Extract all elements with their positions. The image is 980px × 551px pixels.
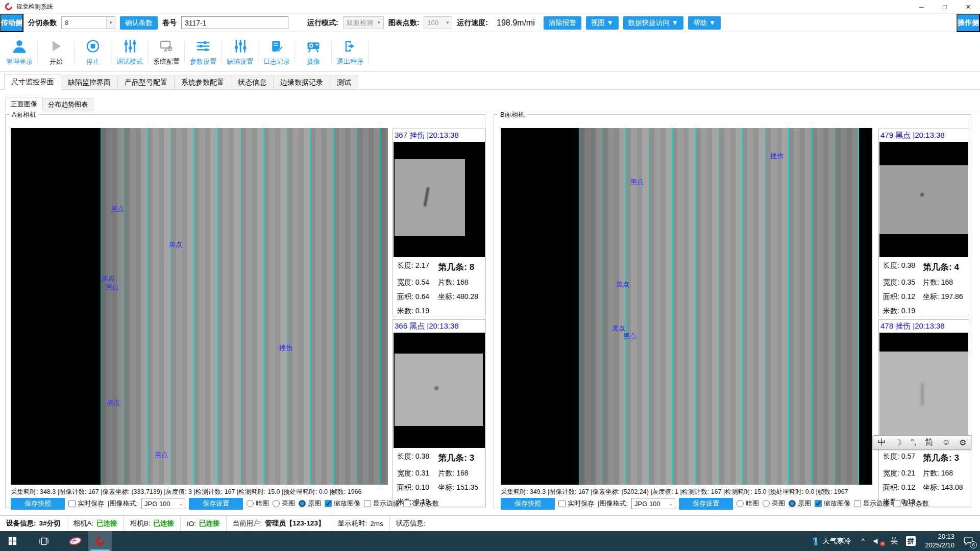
- ime-simplified-button[interactable]: 简: [925, 437, 933, 448]
- close-button[interactable]: ✕: [957, 0, 980, 13]
- io-status-label: IO:: [187, 520, 196, 528]
- defect-card[interactable]: 479 黑点 |20:13:38 长度: 0.38 第几条: 4 宽度: 0.3…: [878, 129, 969, 316]
- defect-strip-no: 第几条: 8: [438, 261, 484, 273]
- save-settings-button[interactable]: 保存设置: [679, 498, 733, 510]
- save-snapshot-button[interactable]: 保存快照: [11, 498, 65, 510]
- view-menu-button[interactable]: 视图 ▼: [586, 16, 619, 30]
- run-mode-select[interactable]: 双面检测 ▼: [343, 16, 384, 29]
- tab-product-model-config[interactable]: 产品型号配置: [117, 76, 175, 89]
- zoom-image-checkbox[interactable]: [815, 500, 822, 507]
- chevron-down-icon: ▼: [443, 17, 452, 29]
- save-settings-button[interactable]: 保存设置: [189, 498, 243, 510]
- thermometer-icon: [812, 535, 819, 547]
- ime-fullhalf-moon-icon[interactable]: ☽: [895, 438, 902, 447]
- roll-no-input[interactable]: [181, 16, 288, 29]
- defect-width: 宽度: 0.21: [883, 469, 923, 478]
- confirm-count-button[interactable]: 确认条数: [120, 16, 158, 30]
- realtime-save-checkbox[interactable]: [558, 500, 566, 507]
- show-strips-label: 显示条数: [412, 499, 439, 508]
- stop-icon: [86, 39, 100, 54]
- windows-logo-icon: [8, 536, 17, 546]
- tab-system-param-config[interactable]: 系统参数配置: [174, 76, 231, 89]
- ime-settings-gear-icon[interactable]: ⚙: [959, 438, 966, 447]
- minimize-button[interactable]: ─: [910, 0, 933, 13]
- defect-thumbnail-region: [879, 165, 968, 234]
- ime-toolbar: 中 ☽ °, 简 ☺ ⚙: [873, 435, 971, 449]
- subtab-distribution-chart[interactable]: 分布趋势图表: [42, 98, 93, 111]
- speed-label: 运行速度:: [457, 18, 488, 28]
- system-config-button[interactable]: 系统配置: [148, 33, 185, 71]
- slit-count-value: 8: [62, 19, 106, 27]
- snipping-tool-button[interactable]: ✂: [63, 531, 88, 551]
- subtab-front-image[interactable]: 正面图像: [5, 97, 43, 111]
- language-indicator[interactable]: 英: [886, 531, 902, 551]
- sub-tab-bar: 正面图像 分布趋势图表: [0, 95, 980, 111]
- tab-defect-monitor[interactable]: 缺陷监控界面: [61, 76, 118, 89]
- ime-punctuation-button[interactable]: °,: [911, 438, 916, 447]
- log-record-button[interactable]: 日志记录: [258, 33, 295, 71]
- original-image-radio[interactable]: [789, 500, 796, 507]
- tab-size-monitor[interactable]: 尺寸监控界面: [4, 74, 61, 90]
- start-button[interactable]: 开始: [38, 33, 75, 71]
- stop-button[interactable]: 停止: [75, 33, 111, 71]
- defect-settings-button[interactable]: 缺陷设置: [222, 33, 258, 71]
- show-strips-checkbox[interactable]: [893, 500, 900, 507]
- defect-label: 黑点: [630, 178, 644, 187]
- image-format-label: |图像格式:: [598, 499, 628, 508]
- show-edge-checkbox[interactable]: [364, 500, 371, 507]
- camera-button[interactable]: 摄像: [295, 33, 332, 71]
- sliders-vertical-icon: [233, 39, 247, 54]
- start-button[interactable]: [0, 531, 24, 551]
- original-image-label: 原图: [308, 499, 321, 508]
- admin-login-button[interactable]: 管理登录: [1, 33, 38, 71]
- clear-alarm-button[interactable]: 清除报警: [544, 16, 581, 30]
- bright-image-radio[interactable]: [273, 500, 280, 507]
- defect-width: 宽度: 0.31: [397, 469, 438, 478]
- display-elapsed-segment: 显示耗时: 2ms: [331, 516, 389, 531]
- drive-side-button[interactable]: 传动侧: [0, 14, 23, 32]
- taskbar-clock[interactable]: 20:13 2025/2/10: [920, 533, 960, 550]
- image-format-select[interactable]: JPG 100 ⌄: [631, 498, 675, 509]
- zoom-image-checkbox[interactable]: [325, 500, 332, 507]
- exit-program-button[interactable]: 退出程序: [332, 33, 369, 71]
- vision-app-taskbar-button[interactable]: [88, 531, 112, 551]
- tab-status-info[interactable]: 状态信息: [231, 76, 274, 89]
- debug-mode-button[interactable]: 调试模式: [111, 33, 148, 71]
- bright-image-radio[interactable]: [763, 500, 770, 507]
- defect-label: 挫伤: [279, 343, 292, 353]
- defect-card[interactable]: 367 挫伤 |20:13:38 长度: 2.17 第几条: 8 宽度: 0.5…: [393, 129, 486, 316]
- slit-count-select[interactable]: 8 ▼: [61, 16, 115, 29]
- ime-indicator[interactable]: 拼: [902, 531, 920, 551]
- show-strips-checkbox[interactable]: [403, 500, 410, 507]
- original-image-radio[interactable]: [299, 500, 306, 507]
- data-quick-access-button[interactable]: 数据快捷访问 ▼: [623, 16, 683, 30]
- dark-image-radio[interactable]: [737, 500, 744, 507]
- volume-button[interactable]: ✕: [869, 531, 886, 551]
- defect-card[interactable]: 366 黑点 |20:13:38 长度: 0.38 第几条: 3 宽度: 0.3…: [393, 319, 486, 507]
- image-format-select[interactable]: JPG 100 ⌄: [141, 498, 185, 509]
- ime-chinese-mode-button[interactable]: 中: [878, 437, 886, 448]
- main-tab-bar: 尺寸监控界面 缺陷监控界面 产品型号配置 系统参数配置 状态信息 边缘数据记录 …: [0, 72, 980, 90]
- show-edge-checkbox[interactable]: [854, 500, 861, 507]
- tray-expand-button[interactable]: ^: [857, 531, 869, 551]
- system-tray: 天气寒冷 ^ ✕ 英 拼 20:13 2025/2/10 6: [806, 531, 980, 551]
- realtime-save-checkbox[interactable]: [68, 500, 76, 507]
- camera-a-status-label: 相机A:: [74, 519, 94, 528]
- help-menu-button[interactable]: 帮助 ▼: [688, 16, 721, 30]
- defect-pieces: 片数: 168: [438, 469, 484, 478]
- maximize-button[interactable]: □: [933, 0, 957, 13]
- defect-mark: [921, 383, 923, 406]
- operate-side-button[interactable]: 操作侧: [957, 14, 980, 32]
- weather-widget[interactable]: 天气寒冷: [806, 531, 857, 551]
- tab-test[interactable]: 测试: [330, 76, 358, 89]
- task-view-button[interactable]: [32, 531, 56, 551]
- parameter-settings-button[interactable]: 参数设置: [185, 33, 222, 71]
- chart-points-select[interactable]: 100 ▼: [424, 16, 452, 29]
- dark-image-radio[interactable]: [247, 500, 254, 507]
- notification-center-button[interactable]: 6: [960, 531, 980, 551]
- ime-emoji-button[interactable]: ☺: [942, 438, 950, 447]
- current-user-segment: 当前用户: 管理员【123-123】: [227, 516, 332, 531]
- tab-edge-data-record[interactable]: 边缘数据记录: [273, 76, 330, 89]
- save-snapshot-button[interactable]: 保存快照: [501, 498, 555, 510]
- defect-card[interactable]: 478 挫伤 |20:13:38 长度: 0.57 第几条: 3 宽度: 0.2…: [878, 319, 969, 507]
